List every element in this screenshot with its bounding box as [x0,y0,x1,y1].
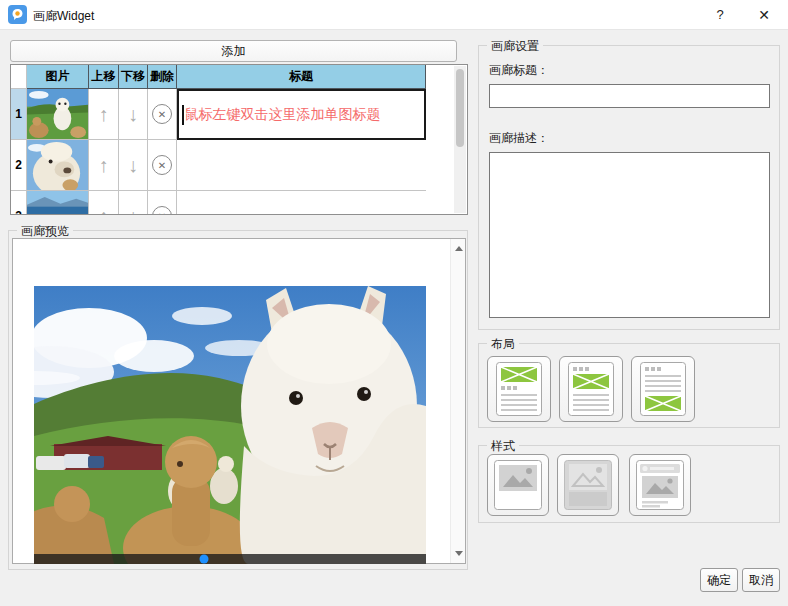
layout-option-image-middle[interactable] [559,356,623,422]
header-title: 标题 [177,65,426,89]
move-up-button[interactable]: ↑ [89,140,119,191]
up-arrow-icon: ↑ [99,103,109,126]
pager-overlay-bar [34,554,426,564]
down-arrow-icon: ↓ [128,154,138,177]
header-move-down: 下移 [119,65,148,89]
delete-icon: ✕ [152,206,172,214]
alpaca-closeup-thumbnail [27,140,88,190]
scroll-up-icon[interactable] [451,241,466,257]
row-number: 2 [11,140,27,191]
style-group: 样式 [478,445,780,523]
move-down-button[interactable]: ↓ [119,89,148,140]
up-arrow-icon: ↑ [99,205,109,215]
app-icon [8,5,27,24]
title-edit-cell[interactable]: 鼠标左键双击这里添加单图标题 [177,89,426,140]
header-move-up: 上移 [89,65,119,89]
gallery-title-input[interactable] [489,84,770,108]
move-down-button[interactable]: ↓ [119,191,148,214]
delete-button[interactable]: ✕ [148,140,177,191]
table-scrollbar-thumb[interactable] [456,69,464,147]
row-number: 1 [11,89,27,140]
alpaca-field-thumbnail [27,89,88,139]
style-option-gray-card[interactable] [557,454,619,516]
image-table: 图片 上移 下移 删除 标题 1 [10,64,468,215]
move-down-button[interactable]: ↓ [119,140,148,191]
preview-panel [12,238,466,564]
layout-option-image-bottom[interactable] [631,356,695,422]
style-post-card-icon [636,460,684,510]
title-cell[interactable] [177,140,426,191]
table-row: 2 ↑ ↓ ✕ [11,140,455,191]
table-row: 1 ↑ ↓ ✕ [11,89,455,140]
corner-cell [11,65,27,89]
layout-image-bottom-icon [640,362,686,416]
title-cell[interactable] [177,191,426,214]
layout-group: 布局 [478,343,780,428]
delete-icon: ✕ [152,104,172,124]
table-scrollbar[interactable] [454,66,466,213]
delete-button[interactable]: ✕ [148,89,177,140]
title-placeholder-text: 鼠标左键双击这里添加单图标题 [185,106,381,124]
style-gray-card-icon [564,460,612,510]
gallery-settings-group: 画廊设置 画廊标题： 画廊描述： [478,45,780,330]
window-title: 画廊Widget [33,8,94,25]
close-icon[interactable]: ✕ [744,0,784,30]
preview-scrollbar[interactable] [450,239,465,563]
settings-group-label: 画廊设置 [487,38,543,55]
ok-button[interactable]: 确定 [700,568,738,592]
alpaca-preview-image [34,286,426,564]
pager-dot [200,555,209,564]
move-up-button[interactable]: ↑ [89,89,119,140]
header-image: 图片 [27,65,89,89]
preview-photo [34,286,426,564]
down-arrow-icon: ↓ [128,103,138,126]
table-row: 3 ↑ ↓ ✕ [11,191,455,214]
gallery-title-label: 画廊标题： [489,62,549,79]
row-number: 3 [11,191,27,214]
help-button[interactable]: ? [700,0,740,30]
delete-icon: ✕ [152,155,172,175]
layout-image-middle-icon [568,362,614,416]
layout-image-top-icon [496,362,542,416]
layout-group-label: 布局 [487,336,519,353]
text-caret [182,105,184,125]
table-header-row: 图片 上移 下移 删除 标题 [11,65,455,89]
gallery-description-textarea[interactable] [489,152,770,318]
move-up-button[interactable]: ↑ [89,191,119,214]
up-arrow-icon: ↑ [99,154,109,177]
scroll-down-icon[interactable] [451,545,466,561]
style-option-post-card[interactable] [629,454,691,516]
coast-landscape-thumbnail [27,191,88,214]
style-group-label: 样式 [487,438,519,455]
style-light-card-icon [494,460,542,510]
gallery-preview-group: 画廊预览 [8,230,468,570]
down-arrow-icon: ↓ [128,205,138,215]
layout-option-image-top[interactable] [487,356,551,422]
row-thumbnail [27,89,89,140]
cancel-button[interactable]: 取消 [742,568,780,592]
delete-button[interactable]: ✕ [148,191,177,214]
add-button[interactable]: 添加 [10,40,457,62]
style-option-light-card[interactable] [487,454,549,516]
titlebar: 画廊Widget ? ✕ [0,0,788,30]
table-viewport: 图片 上移 下移 删除 标题 1 [11,65,455,214]
gallery-description-label: 画廊描述： [489,130,549,147]
header-delete: 删除 [148,65,177,89]
row-thumbnail [27,140,89,191]
row-thumbnail [27,191,89,214]
